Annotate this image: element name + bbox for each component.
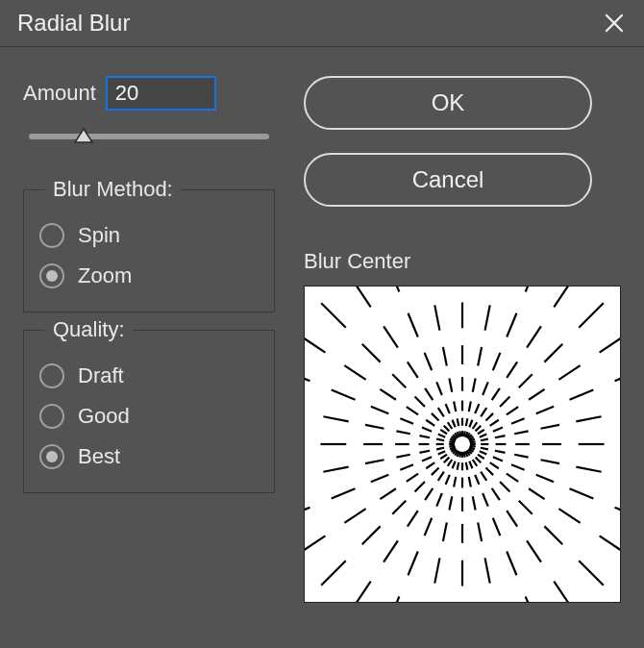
quality-group: Quality: Draft Good Best [23, 330, 275, 493]
svg-line-46 [475, 475, 479, 485]
svg-line-35 [544, 526, 562, 544]
svg-line-200 [544, 344, 562, 362]
cancel-button[interactable]: Cancel [304, 153, 592, 207]
svg-line-183 [475, 404, 479, 413]
svg-line-11 [495, 451, 506, 453]
svg-line-186 [507, 313, 516, 337]
svg-line-137 [380, 389, 395, 400]
svg-line-190 [481, 408, 486, 416]
svg-line-220 [541, 425, 559, 429]
svg-line-166 [434, 305, 439, 330]
amount-input[interactable] [106, 76, 216, 111]
svg-line-34 [519, 501, 533, 514]
svg-line-124 [323, 416, 348, 421]
svg-line-47 [483, 493, 488, 507]
svg-line-211 [493, 428, 503, 432]
svg-line-106 [449, 446, 455, 447]
svg-line-157 [436, 382, 442, 395]
dialog-title: Radial Blur [17, 10, 130, 37]
svg-line-164 [449, 378, 452, 391]
svg-line-121 [419, 436, 430, 437]
radio-label: Best [78, 444, 120, 469]
svg-line-156 [446, 404, 450, 413]
svg-line-89 [392, 501, 406, 514]
svg-line-66 [454, 477, 456, 487]
svg-line-80 [438, 472, 444, 481]
radio-good[interactable]: Good [39, 396, 259, 436]
svg-line-22 [615, 508, 621, 521]
svg-line-152 [384, 326, 398, 347]
svg-line-196 [476, 426, 482, 432]
svg-line-182 [469, 420, 472, 427]
svg-line-79 [448, 460, 452, 466]
svg-line-12 [514, 455, 528, 458]
svg-line-84 [352, 582, 371, 603]
svg-line-109 [396, 455, 409, 458]
svg-marker-2 [75, 129, 92, 142]
svg-line-201 [579, 303, 604, 328]
svg-line-193 [527, 326, 541, 347]
svg-line-128 [422, 428, 432, 432]
svg-line-191 [492, 388, 500, 400]
radio-spin[interactable]: Spin [39, 215, 259, 256]
svg-line-72 [453, 461, 456, 468]
radio-draft[interactable]: Draft [39, 356, 259, 396]
svg-line-53 [469, 477, 471, 487]
amount-slider[interactable] [23, 122, 275, 151]
svg-line-110 [365, 460, 384, 463]
radio-best[interactable]: Best [39, 436, 259, 477]
svg-line-67 [449, 496, 452, 510]
blur-center-preview[interactable] [304, 286, 621, 603]
svg-line-42 [527, 540, 541, 561]
close-icon[interactable] [602, 11, 627, 36]
svg-line-69 [434, 558, 439, 583]
svg-line-95 [407, 474, 418, 482]
blur-method-group: Blur Method: Spin Zoom [23, 189, 275, 312]
svg-line-97 [344, 509, 365, 523]
svg-line-10 [481, 448, 488, 450]
svg-line-68 [443, 523, 447, 541]
svg-line-94 [426, 462, 434, 468]
svg-line-45 [469, 461, 472, 468]
svg-line-146 [321, 303, 346, 328]
radio-label: Good [78, 404, 130, 429]
svg-line-82 [408, 511, 418, 526]
radio-zoom[interactable]: Zoom [39, 256, 259, 296]
svg-line-86 [444, 458, 450, 463]
svg-line-107 [436, 448, 444, 450]
svg-line-175 [466, 418, 468, 426]
svg-line-208 [600, 334, 621, 353]
svg-line-198 [500, 397, 509, 407]
svg-line-101 [422, 457, 432, 461]
svg-line-28 [558, 509, 580, 523]
svg-line-132 [304, 368, 310, 382]
svg-line-178 [478, 347, 482, 365]
svg-line-161 [459, 431, 460, 436]
svg-line-81 [425, 488, 433, 500]
svg-line-141 [444, 426, 450, 432]
svg-line-139 [304, 334, 325, 353]
svg-line-32 [485, 467, 493, 475]
svg-line-221 [576, 416, 601, 421]
svg-line-194 [554, 286, 573, 307]
svg-line-189 [473, 422, 477, 429]
svg-line-219 [514, 431, 528, 434]
svg-line-50 [526, 597, 539, 603]
svg-line-185 [493, 353, 501, 370]
svg-line-24 [478, 455, 484, 459]
svg-line-159 [409, 313, 418, 337]
svg-line-142 [432, 413, 439, 421]
svg-line-204 [490, 420, 499, 426]
svg-line-158 [425, 353, 433, 370]
radio-icon [39, 263, 64, 288]
svg-line-100 [438, 451, 445, 454]
ok-button[interactable]: OK [304, 76, 592, 130]
svg-line-206 [529, 389, 544, 400]
slider-thumb[interactable] [73, 125, 94, 142]
radio-icon [39, 363, 64, 388]
svg-line-197 [485, 413, 493, 421]
svg-line-120 [436, 439, 444, 441]
svg-line-105 [304, 508, 310, 521]
amount-label: Amount [23, 81, 96, 106]
svg-line-217 [481, 439, 488, 441]
